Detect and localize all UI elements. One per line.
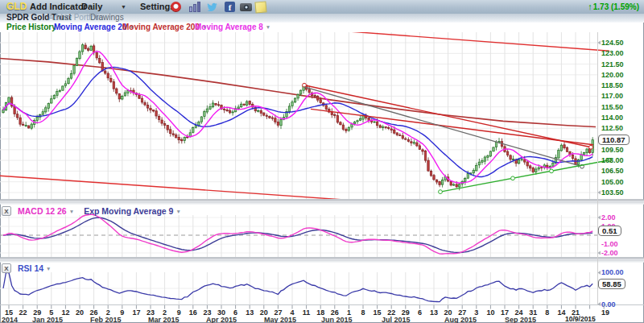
svg-text:124.50: 124.50 bbox=[601, 39, 624, 47]
drawing-channel-top[interactable] bbox=[336, 31, 609, 51]
svg-text:10/9/2015: 10/9/2015 bbox=[565, 315, 596, 323]
svg-text:27: 27 bbox=[458, 309, 466, 317]
period-dropdown[interactable]: Daily bbox=[81, 0, 102, 14]
chevron-down-icon: ▼ bbox=[266, 24, 270, 30]
change-text: 1.73 (1.59%) bbox=[593, 2, 639, 11]
symbol-subbar: SPDR Gold Trust Add to Portfolio Drawing… bbox=[0, 14, 644, 23]
macd-close-button[interactable]: X bbox=[2, 206, 11, 216]
legend-moving-average-8[interactable]: Moving Average 8▼ bbox=[195, 23, 270, 32]
macd-indicator-dropdown[interactable]: MACD 12 26▼ bbox=[18, 206, 74, 216]
price-value-box: 110.87 bbox=[598, 135, 630, 145]
svg-text:-2.00: -2.00 bbox=[601, 249, 618, 257]
twitter-icon[interactable] bbox=[206, 1, 219, 13]
sticky-note-icon[interactable] bbox=[254, 1, 266, 13]
drawing-handle[interactable] bbox=[608, 158, 612, 162]
svg-text:2: 2 bbox=[106, 309, 110, 317]
rsi-close-button[interactable]: X bbox=[2, 263, 11, 273]
svg-text:Apr 2015: Apr 2015 bbox=[206, 316, 237, 323]
svg-text:17: 17 bbox=[132, 309, 140, 317]
svg-text:6: 6 bbox=[418, 309, 422, 317]
rsi-value-box: 58.85 bbox=[598, 279, 625, 289]
svg-text:Sep 2015: Sep 2015 bbox=[505, 316, 536, 323]
macd-signal-line bbox=[3, 217, 592, 252]
drawing-trend-red-low[interactable] bbox=[311, 109, 593, 144]
drawing-trend-gray[interactable] bbox=[304, 87, 584, 168]
svg-text:11: 11 bbox=[303, 309, 311, 317]
svg-text:2.00: 2.00 bbox=[601, 213, 616, 222]
drawing-handle[interactable] bbox=[511, 176, 515, 180]
svg-text:0.00: 0.00 bbox=[601, 300, 616, 309]
svg-text:1: 1 bbox=[347, 309, 351, 317]
svg-text:22: 22 bbox=[19, 309, 27, 317]
svg-text:117.00: 117.00 bbox=[601, 92, 623, 100]
trendline-drawings bbox=[0, 31, 611, 200]
svg-text:112.50: 112.50 bbox=[601, 124, 623, 132]
svg-text:21: 21 bbox=[572, 309, 580, 317]
svg-text:Mar 2015: Mar 2015 bbox=[148, 316, 180, 323]
svg-text:Jun 2015: Jun 2015 bbox=[321, 316, 353, 323]
svg-text:8: 8 bbox=[545, 309, 549, 317]
drawings-link[interactable]: Drawings bbox=[90, 14, 124, 23]
svg-text:30: 30 bbox=[217, 309, 225, 317]
legend-label: Moving Average 8 bbox=[195, 23, 263, 31]
svg-text:May 2015: May 2015 bbox=[264, 316, 296, 323]
svg-text:108.00: 108.00 bbox=[601, 156, 624, 164]
svg-text:Feb 2015: Feb 2015 bbox=[90, 316, 122, 323]
drawing-handle[interactable] bbox=[589, 145, 593, 149]
svg-text:-1.00: -1.00 bbox=[601, 240, 618, 248]
rsi-indicator-dropdown[interactable]: RSI 14▼ bbox=[18, 263, 52, 273]
macd-signal-dropdown[interactable]: Exp Moving Average 9▼ bbox=[84, 206, 181, 216]
ma200-line bbox=[0, 59, 596, 127]
svg-text:29: 29 bbox=[402, 309, 410, 317]
macd-panel-header: X MACD 12 26▼ Exp Moving Average 9▼ bbox=[2, 205, 181, 216]
rsi-panel bbox=[3, 273, 592, 302]
candles-layer bbox=[2, 43, 594, 190]
facebook-icon[interactable]: f bbox=[225, 2, 235, 12]
svg-text:29: 29 bbox=[33, 309, 41, 317]
drawing-trend-red-may[interactable] bbox=[303, 83, 593, 149]
svg-text:20: 20 bbox=[260, 309, 268, 317]
svg-text:18: 18 bbox=[316, 309, 324, 317]
drawing-channel-bottom[interactable] bbox=[0, 176, 348, 200]
svg-text:103.50: 103.50 bbox=[601, 188, 624, 197]
svg-text:24: 24 bbox=[515, 309, 523, 317]
drawing-handle[interactable] bbox=[303, 83, 307, 87]
svg-text:15: 15 bbox=[5, 309, 13, 317]
drawing-trend-green[interactable] bbox=[439, 158, 612, 193]
svg-text:26: 26 bbox=[331, 309, 339, 317]
svg-text:5: 5 bbox=[49, 309, 53, 317]
svg-text:27: 27 bbox=[274, 309, 282, 317]
svg-text:10: 10 bbox=[486, 309, 494, 317]
add-indicator-button[interactable]: Add Indicator bbox=[30, 0, 87, 14]
macd-title-text: MACD 12 26 bbox=[18, 206, 67, 216]
svg-text:106.50: 106.50 bbox=[601, 167, 624, 175]
drawing-handle[interactable] bbox=[439, 190, 443, 194]
svg-text:12: 12 bbox=[61, 309, 69, 317]
svg-text:4: 4 bbox=[290, 309, 294, 317]
period-dropdown-arrow[interactable]: ▼ bbox=[121, 0, 126, 14]
svg-text:22: 22 bbox=[387, 309, 395, 317]
svg-text:19: 19 bbox=[601, 309, 609, 317]
svg-text:Jan 2015: Jan 2015 bbox=[32, 316, 63, 323]
svg-text:9: 9 bbox=[177, 309, 181, 317]
x-axis: 1522295122026291723291623306132027411182… bbox=[2, 305, 609, 323]
settings-button[interactable]: Settings bbox=[140, 0, 175, 14]
svg-text:31: 31 bbox=[529, 309, 537, 317]
alarm-icon[interactable] bbox=[171, 2, 181, 12]
up-arrow-icon: ↑ bbox=[588, 2, 592, 11]
price-axis-labels: 124.50123.00121.50120.00118.50117.00115.… bbox=[598, 39, 624, 309]
svg-text:13: 13 bbox=[430, 309, 438, 317]
svg-text:2014: 2014 bbox=[2, 316, 18, 323]
svg-text:118.50: 118.50 bbox=[601, 81, 623, 89]
chart-plot: 124.50123.00121.50120.00118.50117.00115.… bbox=[0, 0, 644, 323]
panel-separators bbox=[0, 32, 644, 305]
svg-text:26: 26 bbox=[90, 309, 98, 317]
ma8-line bbox=[3, 52, 592, 184]
drawing-handle[interactable] bbox=[550, 169, 554, 173]
camera-icon[interactable] bbox=[240, 3, 252, 11]
svg-text:109.50: 109.50 bbox=[601, 146, 624, 154]
drawing-handle[interactable] bbox=[580, 164, 584, 168]
columns-chart-icon[interactable] bbox=[189, 1, 202, 13]
chevron-down-icon: ▼ bbox=[69, 209, 74, 214]
svg-text:8: 8 bbox=[361, 309, 365, 317]
